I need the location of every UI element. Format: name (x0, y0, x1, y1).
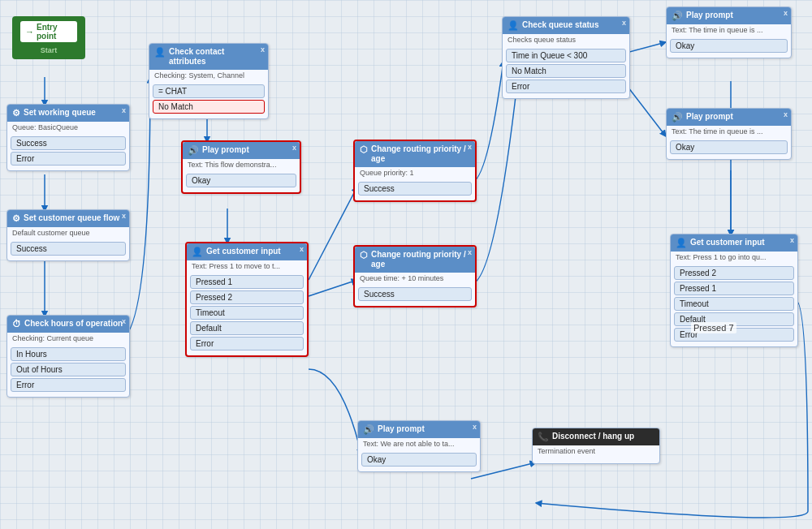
get-customer-input-pressed2: Pressed 2 (190, 290, 304, 304)
play-prompt-3-subtitle: Text: The time in queue is ... (667, 126, 791, 139)
play-prompt-2-header: 🔊 Play prompt x (667, 7, 791, 24)
play-prompt-2-title: Play prompt (686, 11, 733, 20)
check-hours-title: Check hours of operation (24, 319, 123, 329)
play-prompt-error-close[interactable]: x (473, 423, 477, 432)
check-queue-status-title: Check queue status (522, 20, 598, 30)
set-customer-queue-output-success: Success (11, 242, 126, 256)
set-customer-queue-flow-node: ⚙ Set customer queue flow x Default cust… (6, 209, 130, 261)
get-customer-input-title: Get customer input (206, 247, 281, 256)
check-contact-attrs-close[interactable]: x (261, 45, 265, 54)
check-queue-status-node: 👤 Check queue status x Checks queue stat… (502, 16, 630, 99)
play-prompt-3-okay: Okay (670, 140, 788, 154)
check-hours-close[interactable]: x (122, 317, 126, 326)
get-customer-input-header: 👤 Get customer input x (187, 243, 307, 260)
set-working-queue-output-success: Success (11, 136, 126, 150)
get-customer-input-2-close[interactable]: x (790, 236, 794, 245)
change-routing-1-header: ⬡ Change routing priority / age x (355, 141, 475, 167)
check-contact-attrs-subtitle: Checking: System, Channel (149, 70, 268, 83)
change-routing-1-node: ⬡ Change routing priority / age x Queue … (353, 140, 477, 202)
play-prompt-1-title: Play prompt (202, 145, 249, 155)
check-contact-attrs-no-match: No Match (153, 100, 265, 114)
pressed-7-label: Pressed 7 (691, 322, 736, 333)
change-routing-2-subtitle: Queue time: + 10 minutes (355, 273, 475, 286)
check-queue-status-no-match: No Match (506, 64, 626, 78)
set-working-queue-subtitle: Queue: BasicQueue (7, 122, 129, 135)
check-queue-status-header: 👤 Check queue status x (503, 17, 629, 34)
get-customer-input-2-timeout: Timeout (674, 297, 794, 311)
check-queue-status-subtitle: Checks queue status (503, 34, 629, 47)
play-prompt-error-okay: Okay (361, 453, 477, 467)
check-hours-node: ⏱ Check hours of operation x Checking: C… (6, 315, 130, 398)
set-working-queue-output-error: Error (11, 152, 126, 166)
play-prompt-2-node: 🔊 Play prompt x Text: The time in queue … (666, 6, 792, 58)
set-working-queue-header: ⚙ Set working queue x (7, 105, 129, 122)
get-customer-input-2-pressed1: Pressed 1 (674, 282, 794, 295)
play-prompt-error-title: Play prompt (378, 424, 425, 434)
play-prompt-3-title: Play prompt (686, 112, 733, 122)
disconnect-node: 📞 Disconnect / hang up Termination event (532, 428, 660, 464)
check-contact-attrs-title: Check contact attributes (169, 47, 263, 67)
play-prompt-2-close[interactable]: x (784, 9, 788, 18)
get-customer-input-node: 👤 Get customer input x Text: Press 1 to … (185, 242, 309, 357)
entry-point-node: → Entry point Start (12, 16, 85, 59)
check-contact-attrs-chat: = CHAT (153, 84, 265, 98)
disconnect-header: 📞 Disconnect / hang up (533, 428, 659, 445)
set-customer-queue-subtitle: Default customer queue (7, 227, 129, 240)
check-hours-header: ⏱ Check hours of operation x (7, 316, 129, 333)
change-routing-2-header: ⬡ Change routing priority / age x (355, 247, 475, 273)
play-prompt-2-subtitle: Text: The time in queue is ... (667, 24, 791, 37)
check-contact-attrs-node: 👤 Check contact attributes x Checking: S… (149, 43, 269, 119)
get-customer-input-2-header: 👤 Get customer input x (671, 234, 797, 252)
check-hours-error: Error (11, 378, 126, 392)
get-customer-input-error: Error (190, 337, 304, 351)
disconnect-subtitle: Termination event (533, 445, 659, 458)
change-routing-1-subtitle: Queue priority: 1 (355, 167, 475, 180)
get-customer-input-default: Default (190, 321, 304, 335)
entry-arrow: → Entry point (20, 21, 77, 42)
change-routing-1-title: Change routing priority / age (371, 144, 470, 164)
change-routing-1-close[interactable]: x (468, 143, 472, 152)
change-routing-2-success: Success (358, 287, 472, 301)
change-routing-2-title: Change routing priority / age (371, 250, 470, 269)
get-customer-input-2-pressed2: Pressed 2 (674, 266, 794, 280)
play-prompt-1-node: 🔊 Play prompt x Text: This flow demonstr… (181, 140, 301, 194)
check-contact-attrs-header: 👤 Check contact attributes x (149, 44, 268, 70)
change-routing-1-success: Success (358, 182, 472, 196)
check-hours-subtitle: Checking: Current queue (7, 333, 129, 346)
play-prompt-3-header: 🔊 Play prompt x (667, 109, 791, 126)
change-routing-2-close[interactable]: x (468, 248, 472, 257)
check-hours-out-hours: Out of Hours (11, 363, 126, 376)
play-prompt-1-subtitle: Text: This flow demonstra... (183, 159, 300, 172)
play-prompt-3-close[interactable]: x (784, 110, 788, 119)
set-customer-queue-title: Set customer queue flow (24, 213, 119, 223)
check-hours-in-hours: In Hours (11, 347, 126, 361)
play-prompt-3-node: 🔊 Play prompt x Text: The time in queue … (666, 108, 792, 160)
disconnect-title: Disconnect / hang up (552, 432, 634, 441)
entry-start-label: Start (41, 46, 58, 54)
play-prompt-error-header: 🔊 Play prompt x (358, 421, 480, 438)
play-prompt-error-node: 🔊 Play prompt x Text: We are not able to… (357, 420, 481, 472)
play-prompt-2-okay: Okay (670, 39, 788, 53)
get-customer-input-pressed1: Pressed 1 (190, 275, 304, 289)
get-customer-input-timeout: Timeout (190, 306, 304, 320)
set-working-queue-title: Set working queue (24, 108, 96, 118)
set-working-queue-close[interactable]: x (122, 106, 126, 115)
check-queue-status-close[interactable]: x (622, 19, 626, 28)
set-customer-queue-header: ⚙ Set customer queue flow x (7, 210, 129, 227)
get-customer-input-close[interactable]: x (300, 245, 304, 254)
play-prompt-1-close[interactable]: x (292, 144, 296, 153)
change-routing-2-node: ⬡ Change routing priority / age x Queue … (353, 245, 477, 308)
get-customer-input-2-subtitle: Text: Press 1 to go into qu... (671, 252, 797, 264)
play-prompt-1-okay: Okay (186, 174, 296, 187)
play-prompt-error-subtitle: Text: We are not able to ta... (358, 438, 480, 451)
flow-canvas: → Entry point Start ⚙ Set working queue … (0, 0, 812, 529)
get-customer-input-subtitle: Text: Press 1 to move to t... (187, 260, 307, 273)
set-working-queue-node: ⚙ Set working queue x Queue: BasicQueue … (6, 104, 130, 171)
set-customer-queue-close[interactable]: x (122, 212, 126, 221)
play-prompt-1-header: 🔊 Play prompt x (183, 142, 300, 159)
check-queue-status-time: Time in Queue < 300 (506, 49, 626, 62)
check-queue-status-error: Error (506, 80, 626, 93)
get-customer-input-2-title: Get customer input (690, 238, 765, 247)
